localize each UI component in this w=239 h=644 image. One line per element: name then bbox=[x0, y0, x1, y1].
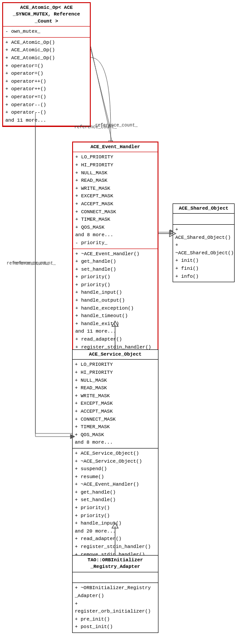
orb-initializer-methods: + ~ORBInitializer_Registry _Adapter() + … bbox=[73, 583, 158, 632]
event-handler-title: ACE_Event_Handler bbox=[73, 142, 158, 152]
orb-initializer-title: TAO::ORBInitializer_Registry_Adapter bbox=[73, 556, 158, 572]
atomic-op-title: ACE_Atomic_Op< ACE_SYNCH_MUTEX, Referenc… bbox=[3, 3, 90, 27]
label-ref-count-left: reference_count_ bbox=[13, 261, 56, 266]
shared-object-title: ACE_Shared_Object bbox=[173, 204, 234, 214]
diagram-container: reference_count_ reference_count_ ACE_At… bbox=[0, 0, 239, 644]
label-ref-count-top: reference_count_ bbox=[74, 125, 117, 130]
service-object-title: ACE_Service_Object bbox=[73, 350, 158, 360]
event-handler-constants: + LO_PRIORITY + HI_PRIORITY + NULL_MASK … bbox=[73, 152, 158, 249]
orb-initializer-box: TAO::ORBInitializer_Registry_Adapter + ~… bbox=[72, 555, 158, 633]
svg-line-7 bbox=[91, 49, 110, 126]
atomic-op-methods: + ACE_Atomic_Op() + ACE_Atomic_Op() + AC… bbox=[3, 38, 90, 126]
shared-object-box: ACE_Shared_Object + ACE_Shared_Object() … bbox=[173, 203, 235, 282]
shared-object-empty bbox=[173, 214, 234, 225]
shared-object-methods: + ACE_Shared_Object() + ~ACE_Shared_Obje… bbox=[173, 225, 234, 282]
atomic-op-fields: - own_mutex_ bbox=[3, 27, 90, 38]
service-object-box: ACE_Service_Object + LO_PRIORITY + HI_PR… bbox=[72, 349, 158, 568]
service-object-methods: + ACE_Service_Object() + ~ACE_Service_Ob… bbox=[73, 448, 158, 568]
orb-initializer-empty bbox=[73, 572, 158, 583]
event-handler-box: ACE_Event_Handler + LO_PRIORITY + HI_PRI… bbox=[72, 142, 158, 369]
atomic-op-box: ACE_Atomic_Op< ACE_SYNCH_MUTEX, Referenc… bbox=[2, 2, 91, 127]
service-object-constants: + LO_PRIORITY + HI_PRIORITY + NULL_MASK … bbox=[73, 360, 158, 448]
